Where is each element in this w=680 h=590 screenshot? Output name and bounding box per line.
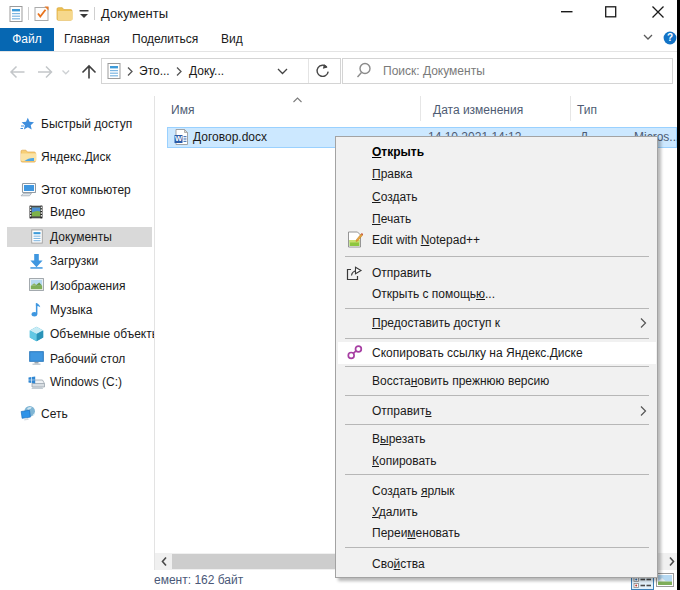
svg-text:W: W (175, 134, 183, 143)
svg-text:?: ? (667, 32, 673, 43)
